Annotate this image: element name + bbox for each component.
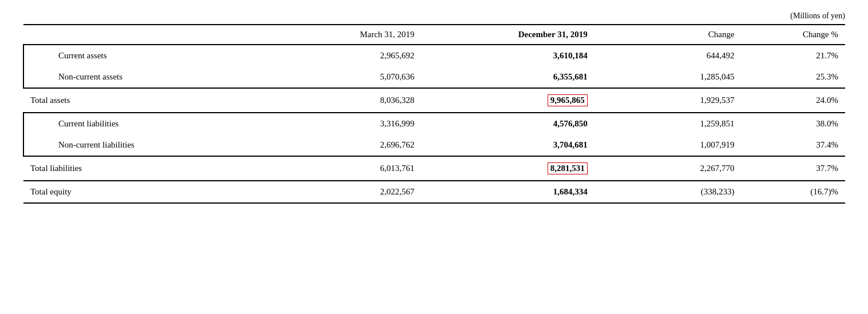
- total-liabilities-change: 2,267,770: [594, 156, 742, 181]
- current-liabilities-change: 1,259,851: [594, 113, 742, 134]
- non-current-assets-changepct: 25.3%: [742, 66, 845, 88]
- total-assets-changepct: 24.0%: [742, 88, 845, 113]
- non-current-liabilities-row: Non-current liabilities 2,696,762 3,704,…: [23, 134, 845, 156]
- financial-table: March 31, 2019 December 31, 2019 Change …: [23, 24, 845, 204]
- non-current-assets-march2019: 5,070,636: [265, 66, 421, 88]
- non-current-assets-dec2019: 6,355,681: [421, 66, 594, 88]
- col-change-header: Change: [594, 25, 742, 45]
- col-changepct-header: Change %: [742, 25, 845, 45]
- total-liabilities-dec2019: 8,281,531: [421, 156, 594, 181]
- non-current-assets-change: 1,285,045: [594, 66, 742, 88]
- current-assets-label: Current assets: [23, 45, 265, 66]
- col-dec2019-header: December 31, 2019: [421, 25, 594, 45]
- total-liabilities-march2019: 6,013,761: [265, 156, 421, 181]
- total-equity-march2019: 2,022,567: [265, 181, 421, 203]
- current-liabilities-dec2019: 4,576,850: [421, 113, 594, 134]
- total-equity-row: Total equity 2,022,567 1,684,334 (338,23…: [23, 181, 845, 203]
- current-liabilities-changepct: 38.0%: [742, 113, 845, 134]
- total-liabilities-changepct: 37.7%: [742, 156, 845, 181]
- total-assets-change: 1,929,537: [594, 88, 742, 113]
- current-assets-changepct: 21.7%: [742, 45, 845, 66]
- current-liabilities-label: Current liabilities: [23, 113, 265, 134]
- total-equity-label: Total equity: [23, 181, 265, 203]
- non-current-assets-label: Non-current assets: [23, 66, 265, 88]
- total-assets-dec2019-boxed: 9,965,865: [548, 94, 588, 106]
- col-march2019-header: March 31, 2019: [265, 25, 421, 45]
- total-liabilities-row: Total liabilities 6,013,761 8,281,531 2,…: [23, 156, 845, 181]
- total-liabilities-label: Total liabilities: [23, 156, 265, 181]
- current-liabilities-row: Current liabilities 3,316,999 4,576,850 …: [23, 113, 845, 134]
- non-current-liabilities-dec2019: 3,704,681: [421, 134, 594, 156]
- total-assets-label: Total assets: [23, 88, 265, 113]
- non-current-liabilities-changepct: 37.4%: [742, 134, 845, 156]
- non-current-liabilities-march2019: 2,696,762: [265, 134, 421, 156]
- total-assets-row: Total assets 8,036,328 9,965,865 1,929,5…: [23, 88, 845, 113]
- current-assets-march2019: 2,965,692: [265, 45, 421, 66]
- col-label-header: [23, 25, 265, 45]
- total-assets-march2019: 8,036,328: [265, 88, 421, 113]
- non-current-assets-row: Non-current assets 5,070,636 6,355,681 1…: [23, 66, 845, 88]
- header-row: March 31, 2019 December 31, 2019 Change …: [23, 25, 845, 45]
- non-current-liabilities-change: 1,007,919: [594, 134, 742, 156]
- units-label: (Millions of yen): [23, 11, 845, 21]
- total-liabilities-dec2019-boxed: 8,281,531: [548, 162, 588, 174]
- total-equity-changepct: (16.7)%: [742, 181, 845, 203]
- total-equity-dec2019: 1,684,334: [421, 181, 594, 203]
- non-current-liabilities-label: Non-current liabilities: [23, 134, 265, 156]
- total-assets-dec2019: 9,965,865: [421, 88, 594, 113]
- current-assets-change: 644,492: [594, 45, 742, 66]
- current-liabilities-march2019: 3,316,999: [265, 113, 421, 134]
- current-assets-row: Current assets 2,965,692 3,610,184 644,4…: [23, 45, 845, 66]
- total-equity-change: (338,233): [594, 181, 742, 203]
- current-assets-dec2019: 3,610,184: [421, 45, 594, 66]
